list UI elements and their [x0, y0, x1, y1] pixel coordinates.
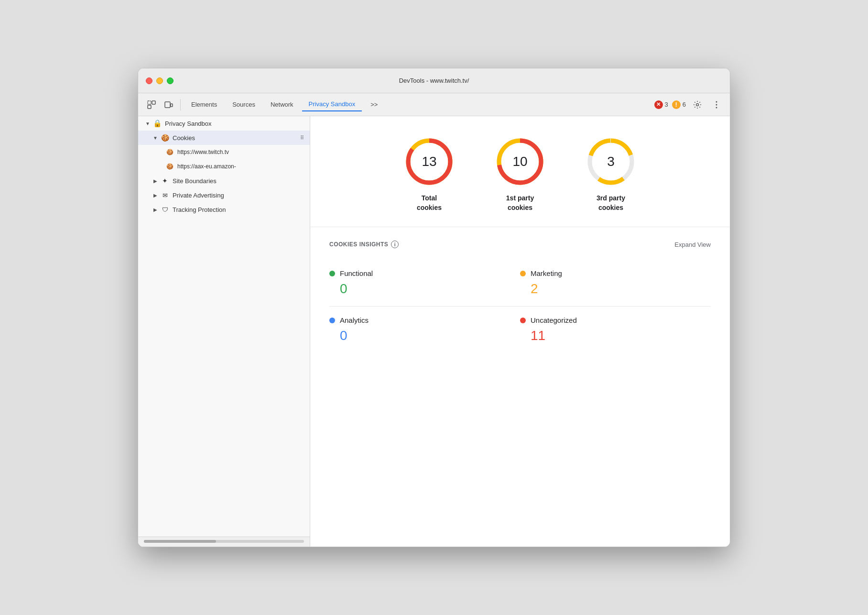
- device-toggle-icon[interactable]: [161, 97, 176, 112]
- private-advertising-icon: ✉: [160, 190, 170, 200]
- errors-count: 3: [665, 101, 668, 108]
- toolbar: Elements Sources Network Privacy Sandbox…: [138, 93, 730, 116]
- uncategorized-value: 11: [520, 328, 701, 343]
- svg-point-8: [716, 107, 717, 108]
- site-boundaries-arrow: ▶: [152, 177, 159, 185]
- sidebar-item-twitch[interactable]: 🍪 https://www.twitch.tv: [138, 145, 310, 159]
- error-icon: ✕: [654, 100, 663, 109]
- sidebar-label-twitch: https://www.twitch.tv: [177, 149, 229, 155]
- maximize-button[interactable]: [167, 77, 174, 84]
- insights-header: COOKIES INSIGHTS i Expand View: [329, 241, 711, 248]
- svg-rect-1: [152, 101, 155, 104]
- analytics-label-row: Analytics: [329, 316, 510, 324]
- warnings-badge[interactable]: ! 6: [672, 100, 686, 109]
- functional-label: Functional: [340, 269, 373, 277]
- svg-point-7: [716, 104, 717, 105]
- uncategorized-label: Uncategorized: [531, 316, 577, 324]
- site-boundaries-icon: ✦: [160, 176, 170, 186]
- sidebar-label-tracking-protection: Tracking Protection: [173, 206, 226, 213]
- sidebar: ▼ 🔒 Privacy Sandbox ▼ 🍪 Cookies ⠿ 🍪 http…: [138, 116, 310, 547]
- toolbar-separator-1: [180, 99, 181, 110]
- scrollbar-thumb: [144, 540, 216, 543]
- svg-point-5: [696, 103, 699, 106]
- marketing-label-row: Marketing: [520, 269, 701, 277]
- more-options-icon[interactable]: [709, 97, 724, 112]
- main-content: ▼ 🔒 Privacy Sandbox ▼ 🍪 Cookies ⠿ 🍪 http…: [138, 116, 730, 547]
- sidebar-scrollbar: [138, 537, 310, 547]
- cookies-icon: 🍪: [160, 133, 170, 143]
- title-bar: DevTools - www.twitch.tv/: [138, 68, 730, 93]
- functional-value: 0: [329, 281, 510, 297]
- marketing-value: 2: [520, 281, 701, 297]
- insights-grid: Functional 0 Marketing 2: [329, 260, 711, 353]
- privacy-sandbox-icon: 🔒: [152, 119, 162, 128]
- insights-info-icon[interactable]: i: [391, 241, 399, 248]
- first-party-number: 10: [512, 154, 527, 169]
- errors-badge[interactable]: ✕ 3: [654, 100, 668, 109]
- insight-uncategorized: Uncategorized 11: [520, 307, 711, 353]
- sidebar-label-privacy-sandbox: Privacy Sandbox: [165, 120, 212, 127]
- uncategorized-dot: [520, 318, 526, 323]
- third-party-donut: 3: [585, 135, 637, 188]
- svg-rect-2: [148, 105, 151, 109]
- scrollbar-track: [144, 540, 304, 543]
- traffic-lights: [146, 77, 174, 84]
- stat-total-cookies: 13 Totalcookies: [403, 135, 456, 212]
- third-party-number: 3: [607, 154, 615, 169]
- warning-icon: !: [672, 100, 681, 109]
- settings-icon[interactable]: [690, 97, 705, 112]
- insights-title: COOKIES INSIGHTS i: [329, 241, 399, 248]
- main-panel: 13 Totalcookies 10 1st partycookies: [310, 116, 730, 547]
- tab-privacy-sandbox[interactable]: Privacy Sandbox: [302, 98, 362, 111]
- devtools-window: DevTools - www.twitch.tv/ Elements Sourc…: [138, 68, 730, 547]
- insight-functional: Functional 0: [329, 260, 520, 307]
- sidebar-label-amazon: https://aax-eu.amazon-: [177, 163, 236, 170]
- analytics-dot: [329, 318, 335, 323]
- svg-rect-0: [148, 101, 151, 104]
- sidebar-label-private-advertising: Private Advertising: [173, 192, 224, 199]
- close-button[interactable]: [146, 77, 152, 84]
- window-title: DevTools - www.twitch.tv/: [399, 77, 469, 84]
- tab-elements[interactable]: Elements: [184, 98, 224, 111]
- analytics-value: 0: [329, 328, 510, 343]
- toolbar-right: ✕ 3 ! 6: [654, 97, 724, 112]
- tab-sources[interactable]: Sources: [226, 98, 262, 111]
- total-cookies-label: Totalcookies: [417, 194, 442, 212]
- cookies-arrow-down: ▼: [152, 134, 159, 142]
- tab-more[interactable]: >>: [364, 98, 384, 111]
- insights-section: COOKIES INSIGHTS i Expand View Functiona…: [310, 227, 730, 547]
- marketing-label: Marketing: [531, 269, 562, 277]
- tracking-protection-arrow: ▶: [152, 206, 159, 213]
- tab-network[interactable]: Network: [264, 98, 300, 111]
- insight-analytics: Analytics 0: [329, 307, 520, 353]
- stats-section: 13 Totalcookies 10 1st partycookies: [310, 116, 730, 227]
- twitch-cookie-icon: 🍪: [165, 147, 174, 157]
- inspector-icon[interactable]: [144, 97, 159, 112]
- first-party-donut: 10: [494, 135, 546, 188]
- svg-rect-3: [165, 102, 170, 108]
- minimize-button[interactable]: [156, 77, 163, 84]
- sidebar-item-tracking-protection[interactable]: ▶ 🛡 Tracking Protection: [138, 202, 310, 217]
- cookies-grid-icon[interactable]: ⠿: [300, 135, 304, 141]
- svg-point-6: [716, 101, 717, 102]
- uncategorized-label-row: Uncategorized: [520, 316, 701, 324]
- sidebar-item-privacy-sandbox[interactable]: ▼ 🔒 Privacy Sandbox: [138, 116, 310, 131]
- insight-marketing: Marketing 2: [520, 260, 711, 307]
- sidebar-label-cookies: Cookies: [173, 134, 195, 142]
- analytics-label: Analytics: [340, 316, 369, 324]
- sidebar-item-amazon[interactable]: 🍪 https://aax-eu.amazon-: [138, 159, 310, 174]
- stat-third-party: 3 3rd partycookies: [585, 135, 637, 212]
- sidebar-item-site-boundaries[interactable]: ▶ ✦ Site Boundaries: [138, 174, 310, 188]
- total-cookies-donut: 13: [403, 135, 456, 188]
- functional-label-row: Functional: [329, 269, 510, 277]
- functional-dot: [329, 271, 335, 276]
- stat-first-party: 10 1st partycookies: [494, 135, 546, 212]
- private-advertising-arrow: ▶: [152, 191, 159, 199]
- total-cookies-number: 13: [422, 154, 436, 169]
- tracking-protection-icon: 🛡: [160, 205, 170, 214]
- first-party-label: 1st partycookies: [506, 194, 534, 212]
- insights-title-text: COOKIES INSIGHTS: [329, 241, 388, 248]
- sidebar-item-private-advertising[interactable]: ▶ ✉ Private Advertising: [138, 188, 310, 202]
- sidebar-item-cookies[interactable]: ▼ 🍪 Cookies ⠿: [138, 131, 310, 145]
- expand-view-button[interactable]: Expand View: [674, 241, 711, 248]
